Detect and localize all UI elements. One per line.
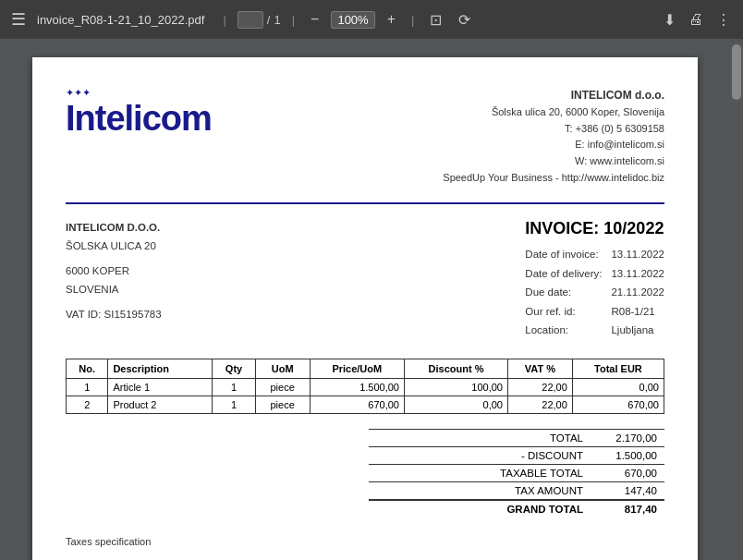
totals-section: TOTAL 2.170,00 - DISCOUNT 1.500,00 TAXAB… — [66, 429, 664, 517]
separator-1: | — [223, 13, 225, 27]
header-divider — [66, 202, 664, 204]
fit-page-button[interactable]: ⊡ — [425, 7, 446, 32]
filename-label: invoice_R08-1-21_10_2022.pdf — [37, 13, 204, 27]
cell-discount: 100,00 — [404, 378, 507, 396]
cell-uom: piece — [255, 378, 310, 396]
col-total: Total EUR — [572, 359, 664, 378]
billing-vat: VAT ID: SI15195783 — [66, 306, 162, 324]
billing-street: ŠOLSKA ULICA 20 — [66, 237, 162, 256]
cell-price: 1.500,00 — [310, 378, 404, 396]
ref-value: R08-1/21 — [611, 303, 664, 322]
grand-total-label: GRAND TOTAL — [369, 500, 591, 517]
ref-label: Our ref. id: — [525, 303, 602, 322]
menu-icon[interactable]: ☰ — [7, 6, 30, 33]
cell-no: 2 — [67, 396, 108, 413]
billing-address: INTELICOM D.O.O. ŠOLSKA ULICA 20 6000 KO… — [66, 219, 162, 340]
cell-total: 0,00 — [572, 378, 664, 396]
cell-discount: 0,00 — [404, 396, 507, 413]
zoom-in-button[interactable]: + — [383, 7, 400, 31]
scrollbar-thumb[interactable] — [732, 44, 741, 100]
cell-total: 670,00 — [572, 396, 664, 413]
company-tagline: SpeedUp Your Business - http://www.intel… — [443, 170, 664, 187]
download-button[interactable]: ⬇ — [659, 7, 680, 32]
logo-sun-dots: ✦✦✦ — [66, 87, 212, 99]
col-uom: UoM — [255, 359, 310, 378]
logo-area: ✦✦✦ Intelicom — [66, 87, 212, 136]
tax-value: 147,40 — [591, 481, 664, 500]
separator-2: | — [292, 13, 295, 27]
cell-vat: 22,00 — [507, 396, 572, 413]
separator-3: | — [411, 13, 414, 27]
invoice-header: ✦✦✦ Intelicom INTELICOM d.o.o. Šolska ul… — [66, 87, 664, 186]
page-number-input[interactable]: 1 — [238, 11, 263, 29]
invoice-info: INVOICE: 10/2022 Date of invoice: 13.11.… — [525, 219, 664, 340]
invoice-table: No. Description Qty UoM Price/UoM Discou… — [66, 359, 664, 414]
toolbar: ☰ invoice_R08-1-21_10_2022.pdf | 1 / 1 |… — [0, 0, 743, 39]
grand-total-value: 817,40 — [591, 500, 664, 517]
company-website: W: www.intelicom.si — [443, 153, 664, 170]
billing-country: SLOVENIA — [66, 281, 162, 299]
cell-qty: 1 — [213, 396, 255, 413]
location-label: Location: — [525, 322, 602, 340]
col-vat: VAT % — [507, 359, 572, 378]
total-value: 2.170,00 — [591, 429, 664, 446]
taxable-value: 670,00 — [591, 464, 664, 481]
cell-no: 1 — [67, 378, 108, 396]
history-button[interactable]: ⟳ — [454, 7, 475, 32]
pdf-viewer[interactable]: ✦✦✦ Intelicom INTELICOM d.o.o. Šolska ul… — [0, 39, 730, 560]
date-delivery-value: 13.11.2022 — [611, 265, 664, 284]
discount-label: - DISCOUNT — [369, 446, 591, 464]
print-button[interactable]: 🖨 — [684, 7, 708, 31]
total-label: TOTAL — [369, 429, 591, 446]
tax-label: TAX AMOUNT — [369, 481, 591, 500]
discount-row: - DISCOUNT 1.500,00 — [369, 446, 664, 464]
company-name: INTELICOM d.o.o. — [443, 87, 664, 104]
zoom-level: 100% — [331, 11, 374, 29]
cell-price: 670,00 — [310, 396, 404, 413]
date-delivery-label: Date of delivery: — [525, 265, 602, 284]
grand-total-row: GRAND TOTAL 817,40 — [369, 500, 664, 517]
table-row: 2 Product 2 1 piece 670,00 0,00 22,00 67… — [67, 396, 664, 413]
page-total: 1 — [274, 13, 280, 27]
company-logo: Intelicom — [66, 101, 212, 136]
col-desc: Description — [108, 359, 213, 378]
col-price: Price/UoM — [310, 359, 404, 378]
totals-table: TOTAL 2.170,00 - DISCOUNT 1.500,00 TAXAB… — [369, 429, 664, 517]
due-date-label: Due date: — [525, 284, 602, 302]
page-separator: / — [267, 13, 271, 27]
billing-name: INTELICOM D.O.O. — [66, 219, 162, 237]
cell-qty: 1 — [213, 378, 255, 396]
invoice-title: INVOICE: 10/2022 — [525, 219, 664, 238]
date-invoice-label: Date of invoice: — [525, 246, 602, 264]
scrollbar-track[interactable] — [730, 39, 743, 560]
zoom-out-button[interactable]: − — [306, 7, 323, 31]
discount-value: 1.500,00 — [591, 446, 664, 464]
billing-city: 6000 KOPER — [66, 262, 162, 281]
toolbar-right-actions: ⬇ 🖨 ⋮ — [659, 7, 736, 32]
pdf-page: ✦✦✦ Intelicom INTELICOM d.o.o. Šolska ul… — [32, 57, 698, 560]
cell-vat: 22,00 — [507, 378, 572, 396]
table-row: 1 Article 1 1 piece 1.500,00 100,00 22,0… — [67, 378, 664, 396]
due-date-value: 21.11.2022 — [611, 284, 664, 302]
invoice-details: Date of invoice: 13.11.2022 Date of deli… — [525, 246, 664, 340]
page-navigation: 1 / 1 — [238, 11, 281, 29]
taxes-section-label: Taxes specification — [66, 536, 664, 547]
taxable-label: TAXABLE TOTAL — [369, 464, 591, 481]
location-value: Ljubljana — [611, 322, 664, 340]
cell-desc: Article 1 — [108, 378, 213, 396]
tax-row: TAX AMOUNT 147,40 — [369, 481, 664, 500]
billing-section: INTELICOM D.O.O. ŠOLSKA ULICA 20 6000 KO… — [66, 219, 664, 340]
company-address: Šolska ulica 20, 6000 Koper, Slovenija — [443, 104, 664, 121]
more-options-button[interactable]: ⋮ — [712, 7, 736, 32]
company-info: INTELICOM d.o.o. Šolska ulica 20, 6000 K… — [443, 87, 664, 186]
cell-desc: Product 2 — [108, 396, 213, 413]
company-phone: T: +386 (0) 5 6309158 — [443, 121, 664, 138]
col-qty: Qty — [213, 359, 255, 378]
total-row: TOTAL 2.170,00 — [369, 429, 664, 446]
col-no: No. — [67, 359, 108, 378]
main-area: ✦✦✦ Intelicom INTELICOM d.o.o. Šolska ul… — [0, 39, 743, 560]
company-email: E: info@intelicom.si — [443, 137, 664, 153]
date-invoice-value: 13.11.2022 — [611, 246, 664, 264]
col-discount: Discount % — [404, 359, 507, 378]
cell-uom: piece — [255, 396, 310, 413]
